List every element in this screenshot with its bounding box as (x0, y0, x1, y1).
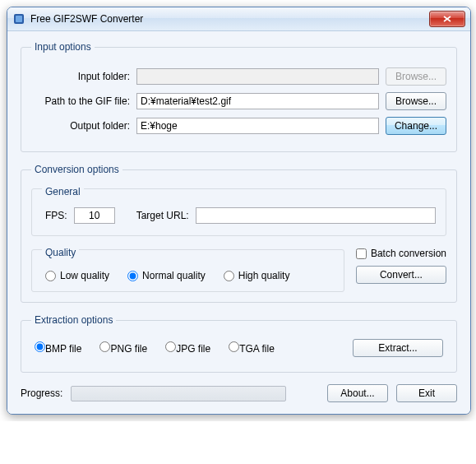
progress-bar (71, 386, 286, 401)
extract-bmp-radio[interactable]: BMP file (35, 341, 81, 355)
client-area: Input options Input folder: Browse... Pa… (7, 31, 470, 414)
app-icon (12, 12, 25, 26)
quality-normal-radio[interactable]: Normal quality (127, 270, 206, 281)
gif-path-field[interactable] (136, 93, 379, 109)
close-icon (443, 16, 451, 22)
input-folder-browse-button[interactable]: Browse... (386, 67, 446, 86)
quality-high-radio[interactable]: High quality (224, 270, 290, 281)
fps-field[interactable] (74, 207, 115, 224)
fps-label: FPS: (45, 210, 67, 221)
conversion-options-group: Conversion options General FPS: Target U… (21, 164, 457, 303)
input-folder-label: Input folder: (31, 71, 130, 82)
conversion-options-legend: Conversion options (31, 164, 122, 175)
extract-jpg-radio[interactable]: JPG file (165, 341, 210, 355)
quality-low-radio[interactable]: Low quality (45, 270, 109, 281)
window-title: Free GIF2SWF Converter (30, 13, 429, 25)
about-button[interactable]: About... (327, 384, 388, 402)
footer-row: Progress: About... Exit (21, 384, 457, 402)
output-folder-label: Output folder: (31, 120, 130, 132)
output-folder-field[interactable] (136, 118, 379, 134)
extraction-options-legend: Extraction options (31, 314, 116, 326)
close-button[interactable] (429, 11, 465, 27)
extraction-options-group: Extraction options BMP file PNG file JPG… (21, 314, 457, 373)
output-folder-change-button[interactable]: Change... (386, 117, 446, 135)
gif-path-browse-button[interactable]: Browse... (386, 92, 446, 110)
quality-subgroup: Quality Low quality Normal quality High … (31, 249, 344, 292)
extract-png-radio[interactable]: PNG file (99, 341, 147, 355)
extract-button[interactable]: Extract... (353, 339, 443, 357)
general-title: General (42, 186, 84, 197)
batch-conversion-checkbox[interactable]: Batch conversion (356, 248, 446, 259)
app-window: Free GIF2SWF Converter Input options Inp… (7, 7, 471, 415)
quality-title: Quality (42, 247, 79, 258)
titlebar[interactable]: Free GIF2SWF Converter (7, 7, 470, 31)
general-subgroup: General FPS: Target URL: (31, 188, 446, 236)
gif-path-label: Path to the GIF file: (31, 95, 130, 107)
svg-rect-1 (16, 16, 22, 22)
exit-button[interactable]: Exit (396, 384, 457, 402)
target-url-label: Target URL: (136, 210, 189, 221)
input-options-group: Input options Input folder: Browse... Pa… (21, 41, 457, 152)
extract-tga-radio[interactable]: TGA file (229, 341, 275, 355)
convert-button[interactable]: Convert... (356, 266, 446, 284)
input-folder-field[interactable] (136, 68, 379, 85)
input-options-legend: Input options (31, 41, 95, 53)
target-url-field[interactable] (196, 207, 436, 224)
progress-label: Progress: (21, 387, 62, 399)
